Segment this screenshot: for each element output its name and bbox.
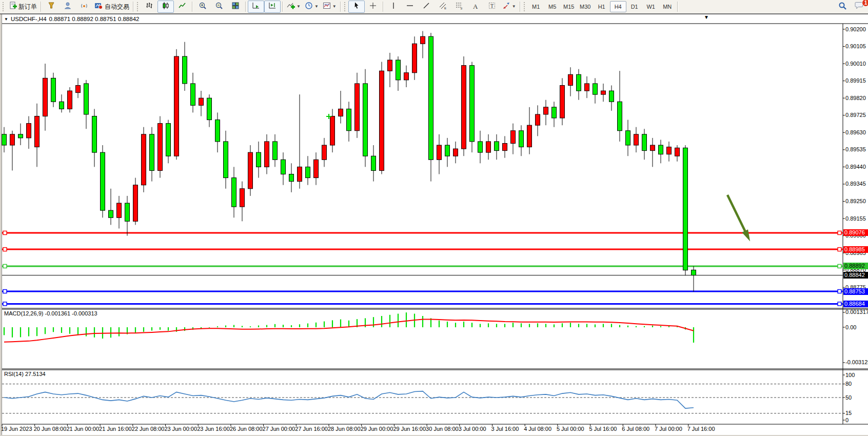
candle-body (568, 74, 573, 85)
equidistant-channel-icon: E (439, 2, 447, 12)
timeframe-button-H4[interactable]: H4 (610, 1, 626, 12)
accounts-button[interactable] (60, 1, 76, 13)
level-line-handle[interactable] (3, 231, 7, 234)
new-order-button[interactable]: 新订单 (7, 1, 39, 13)
level-line-handle[interactable] (838, 248, 841, 251)
notifications-button[interactable]: 1 (851, 1, 867, 13)
toolbar-grip[interactable] (3, 2, 5, 11)
candle-body (404, 73, 409, 80)
level-line-handle[interactable] (838, 231, 841, 234)
arrows-tool-button[interactable]: ▼ (500, 1, 518, 13)
candle-body (142, 134, 146, 185)
macd-axis-label: 0.001317 (845, 309, 868, 315)
timeframes-button[interactable]: ▼ (303, 1, 321, 13)
auto-trading-button[interactable]: 自动交易 (92, 1, 131, 13)
time-axis-label: 29 Jun 00:00 (361, 426, 393, 432)
text-label-tool-button[interactable]: T (484, 1, 500, 13)
level-line-handle[interactable] (838, 290, 841, 293)
level-price-tag: 0.88985 (843, 246, 868, 253)
line-chart-button[interactable] (174, 1, 190, 13)
rsi-axis-label: 15 (845, 410, 852, 416)
timeframe-button-W1[interactable]: W1 (643, 1, 659, 12)
templates-button[interactable]: ▼ (321, 1, 339, 13)
candle-body (117, 203, 122, 217)
equidistant-channel-tool-button[interactable]: E (435, 1, 451, 13)
time-axis-label: 21 Jun 00:00 (66, 426, 99, 432)
time-axis-label: 3 Jul 16:00 (491, 426, 519, 432)
candle-body (215, 120, 220, 142)
time-axis-label: 26 Jun 08:00 (230, 426, 263, 432)
timeframe-button-MN[interactable]: MN (659, 1, 676, 12)
candle-body (43, 78, 48, 116)
timeframe-button-M30[interactable]: M30 (577, 1, 594, 12)
level-line-handle[interactable] (838, 264, 841, 268)
auto-scroll-button[interactable] (248, 1, 264, 13)
candle-body (412, 44, 417, 73)
timeframe-button-M1[interactable]: M1 (528, 1, 544, 12)
clock-icon (305, 2, 313, 12)
candle-body (552, 107, 557, 118)
time-axis-label: 29 Jun 16:00 (393, 426, 426, 432)
candle-body (470, 66, 475, 142)
timeframe-button-M5[interactable]: M5 (544, 1, 561, 12)
toolbar-separator (340, 2, 341, 12)
trendline-tool-button[interactable] (418, 1, 435, 13)
cursor-tool-button[interactable] (348, 1, 365, 13)
candle-body (314, 160, 319, 177)
candle-body (273, 142, 278, 160)
bar-chart-button[interactable] (141, 1, 157, 13)
horizontal-line-tool-button[interactable] (402, 1, 418, 13)
down-arrow-annotation[interactable] (727, 195, 747, 235)
candle-body (626, 131, 630, 145)
level-line-handle[interactable] (3, 290, 7, 293)
candle-body (281, 160, 286, 174)
zoom-out-button[interactable] (211, 1, 227, 13)
tile-windows-button[interactable] (227, 1, 244, 13)
line-chart-icon (178, 2, 186, 12)
chart-corner-marker-icon[interactable]: ▼ (704, 14, 709, 20)
zoom-in-button[interactable] (194, 1, 211, 13)
text-icon: A (473, 3, 478, 11)
search-button[interactable] (834, 1, 851, 13)
text-label-icon: T (488, 2, 496, 12)
candle-body (585, 84, 589, 91)
trendline-icon (422, 2, 430, 12)
signals-button[interactable] (76, 1, 92, 13)
candle-body (478, 142, 483, 152)
crosshair-tool-button[interactable] (365, 1, 381, 13)
funnel-tool-button[interactable] (43, 1, 60, 13)
fibonacci-tool-button[interactable]: F (451, 1, 467, 13)
timeframe-button-M15[interactable]: M15 (561, 1, 577, 12)
candlestick-chart-icon (162, 2, 170, 12)
candlestick-chart-button[interactable] (157, 1, 174, 13)
text-tool-button[interactable]: A (467, 1, 484, 13)
vertical-line-tool-button[interactable] (385, 1, 402, 13)
chevron-down-icon: ▼ (297, 5, 301, 9)
candle-body (453, 149, 458, 156)
candle-body (593, 84, 598, 94)
candle-body (519, 131, 524, 147)
tile-windows-icon (231, 2, 240, 12)
toolbar-grip[interactable] (524, 2, 526, 11)
toolbar-grip[interactable] (137, 2, 140, 11)
horizontal-line-icon (406, 2, 414, 12)
chart-dropdown-icon[interactable]: ▼ (4, 17, 8, 22)
chart-shift-button[interactable] (264, 1, 281, 13)
toolbar: 新订单 自动交易 (0, 0, 868, 14)
level-line-handle[interactable] (3, 302, 7, 306)
chart-title[interactable]: ▼ USDCHF-,H4 0.88871 0.88892 0.88751 0.8… (4, 16, 139, 22)
level-line-handle[interactable] (3, 264, 7, 268)
indicators-button[interactable]: ▼ (285, 1, 303, 13)
toolbar-grip[interactable] (344, 2, 347, 11)
timeframe-button-H1[interactable]: H1 (594, 1, 610, 12)
level-line-handle[interactable] (838, 302, 841, 306)
candle-body (429, 36, 433, 160)
timeframe-button-D1[interactable]: D1 (626, 1, 643, 12)
candle-body (355, 84, 360, 131)
time-axis-label: 3 Jul 00:00 (459, 426, 486, 432)
toolbar-separator (677, 2, 678, 12)
chart-canvas[interactable] (0, 0, 868, 436)
level-line-handle[interactable] (3, 248, 7, 251)
auto-trading-label: 自动交易 (105, 3, 129, 11)
candle-body (158, 124, 163, 171)
